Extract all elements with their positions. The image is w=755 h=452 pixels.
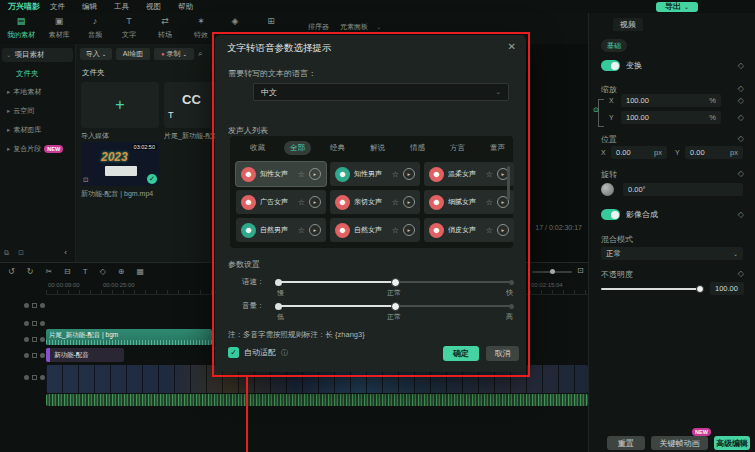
favorite-star-icon[interactable]: ☆: [392, 226, 399, 235]
voice-card[interactable]: ☻ 广告女声 ☆ ▸: [236, 190, 326, 214]
export-button[interactable]: 导出 ⌄: [656, 2, 698, 13]
favorite-star-icon[interactable]: ☆: [486, 170, 493, 179]
props-tab-video[interactable]: 视频: [613, 18, 643, 31]
favorite-star-icon[interactable]: ☆: [486, 226, 493, 235]
crop-icon[interactable]: ⊟: [64, 267, 71, 276]
voice-card[interactable]: ☻ 自然女声 ☆ ▸: [330, 218, 420, 242]
menu-help[interactable]: 帮助: [178, 2, 193, 12]
auto-match-checkbox[interactable]: ✓: [228, 347, 239, 358]
favorite-star-icon[interactable]: ☆: [392, 170, 399, 179]
voice-tab-emotion[interactable]: 情感: [404, 141, 431, 155]
keyframe-diamond-icon[interactable]: ◇: [738, 169, 744, 178]
voice-tab-all[interactable]: 全部: [284, 141, 311, 155]
keyframe-diamond-icon[interactable]: ◇: [738, 84, 744, 93]
split-scissors-icon[interactable]: ✂: [45, 267, 52, 276]
record-button[interactable]: ● 录制 ⌄: [154, 48, 194, 60]
play-preview-icon[interactable]: ▸: [309, 168, 321, 180]
opacity-slider[interactable]: [601, 288, 701, 290]
voice-card[interactable]: ☻ 知性女声 ☆ ▸: [236, 162, 326, 186]
favorite-star-icon[interactable]: ☆: [486, 198, 493, 207]
nav-tab-split[interactable]: ⊞: [252, 15, 290, 28]
import-button[interactable]: 导入 ⌄: [80, 48, 112, 60]
voice-tab-classic[interactable]: 经典: [324, 141, 351, 155]
timeline-audio-clip[interactable]: 片尾_新功能-配音 | bgm: [46, 329, 212, 345]
track-controls[interactable]: [24, 337, 45, 342]
box-icon[interactable]: ⊡: [18, 249, 24, 257]
play-preview-icon[interactable]: ▸: [403, 168, 415, 180]
reset-button[interactable]: 重置: [607, 436, 645, 450]
nav-tab-my-media[interactable]: ▤ 我的素材: [2, 15, 40, 40]
voice-list-scrollbar[interactable]: [507, 166, 510, 200]
nav-tab-effects[interactable]: ✶ 特效: [182, 15, 220, 40]
menu-edit[interactable]: 编辑: [82, 2, 97, 12]
panel-caret-icon[interactable]: ⌄: [376, 23, 381, 31]
track-controls[interactable]: [24, 321, 45, 326]
play-preview-icon[interactable]: ▸: [309, 196, 321, 208]
speed-slider-knob[interactable]: [391, 278, 400, 287]
nav-tab-transition[interactable]: ⇄ 转场: [146, 15, 184, 40]
sidebar-item-local-media[interactable]: ▸ 本地素材: [0, 85, 75, 98]
sidebar-header[interactable]: ⌄ 项目素材: [2, 48, 73, 62]
redo-icon[interactable]: ↻: [27, 267, 34, 276]
sidebar-item-stock[interactable]: ▸ 素材图库: [0, 123, 75, 136]
voice-card[interactable]: ☻ 亲切女声 ☆ ▸: [330, 190, 420, 214]
grid-icon[interactable]: ▦: [137, 267, 145, 276]
import-media-tile[interactable]: +: [81, 82, 159, 128]
play-preview-icon[interactable]: ▸: [403, 196, 415, 208]
favorite-star-icon[interactable]: ☆: [298, 226, 305, 235]
video-tile[interactable]: 2023 03:02:50 ✓ ⊡: [81, 142, 159, 186]
nav-tab-stickers[interactable]: ◈: [216, 15, 254, 28]
keyframe-button[interactable]: 关键帧动画: [651, 436, 708, 450]
volume-slider-knob[interactable]: [391, 302, 400, 311]
voice-tab-narration[interactable]: 解说: [364, 141, 391, 155]
props-subtab-basic[interactable]: 基础: [601, 39, 627, 52]
track-controls[interactable]: [24, 375, 45, 380]
pos-y-input[interactable]: 0.00px: [685, 146, 743, 159]
language-select[interactable]: 中文 ⌄: [253, 83, 509, 101]
sidebar-folder-link[interactable]: 文件夹: [16, 69, 75, 79]
advanced-edit-button[interactable]: 高级编辑: [714, 436, 750, 450]
timeline-text-clip[interactable]: 新功能-配音: [46, 348, 124, 362]
speed-slider[interactable]: [278, 281, 512, 283]
keyframe-diamond-icon[interactable]: ◇: [738, 269, 744, 278]
voice-tab-dialect[interactable]: 方言: [444, 141, 471, 155]
menu-view[interactable]: 视图: [146, 2, 161, 12]
opacity-value[interactable]: 100.00: [710, 282, 744, 295]
opacity-slider-knob[interactable]: [696, 285, 704, 293]
search-icon[interactable]: ⌕: [198, 49, 202, 59]
favorite-star-icon[interactable]: ☆: [298, 198, 305, 207]
fit-timeline-icon[interactable]: ⊡: [577, 266, 584, 275]
menu-tools[interactable]: 工具: [114, 2, 129, 12]
link-lock-icon[interactable]: ⊙: [593, 106, 599, 114]
keyframe-diamond-icon[interactable]: ◇: [738, 210, 744, 219]
favorite-star-icon[interactable]: ☆: [298, 170, 305, 179]
voice-card[interactable]: ☻ 自然男声 ☆ ▸: [236, 218, 326, 242]
play-preview-icon[interactable]: ▸: [309, 224, 321, 236]
voice-tab-child[interactable]: 童声: [484, 141, 511, 155]
menu-file[interactable]: 文件: [50, 2, 65, 12]
rotate-dial[interactable]: [601, 183, 614, 196]
dialog-close-icon[interactable]: ✕: [508, 41, 516, 52]
voice-card[interactable]: ☻ 细腻女声 ☆ ▸: [424, 190, 514, 214]
rotate-input[interactable]: 0.00°: [623, 183, 743, 196]
keyframe-diamond-icon[interactable]: ◇: [738, 61, 744, 70]
pos-x-input[interactable]: 0.00px: [611, 146, 667, 159]
voice-card[interactable]: ☻ 知性男声 ☆ ▸: [330, 162, 420, 186]
keyframe-diamond-icon[interactable]: ◇: [738, 113, 744, 122]
nav-tab-library[interactable]: ▣ 素材库: [40, 15, 78, 40]
undo-icon[interactable]: ↺: [8, 267, 15, 276]
clip-handle[interactable]: [46, 348, 50, 362]
sidebar-item-cloud[interactable]: ▸ 云空间: [0, 104, 75, 117]
duplicate-icon[interactable]: ⧉: [4, 249, 9, 257]
voice-card[interactable]: ☻ 温柔女声 ☆ ▸: [424, 162, 514, 186]
ai-paint-button[interactable]: AI绘图: [116, 48, 150, 60]
timeline-audio-waveform[interactable]: [46, 394, 588, 406]
scale-x-input[interactable]: 100.00%: [621, 94, 721, 107]
voice-card[interactable]: ☻ 俏皮女声 ☆ ▸: [424, 218, 514, 242]
sidebar-item-compound-clip[interactable]: ▸ 复合片段 NEW: [0, 142, 75, 155]
nav-tab-audio[interactable]: ♪ 音频: [76, 15, 114, 40]
voice-tab-favorites[interactable]: 收藏: [244, 141, 271, 155]
keyframe-diamond-icon[interactable]: ◇: [738, 96, 744, 105]
keyframe-diamond-icon[interactable]: ◇: [738, 134, 744, 143]
marker-icon[interactable]: ◇: [100, 267, 106, 276]
